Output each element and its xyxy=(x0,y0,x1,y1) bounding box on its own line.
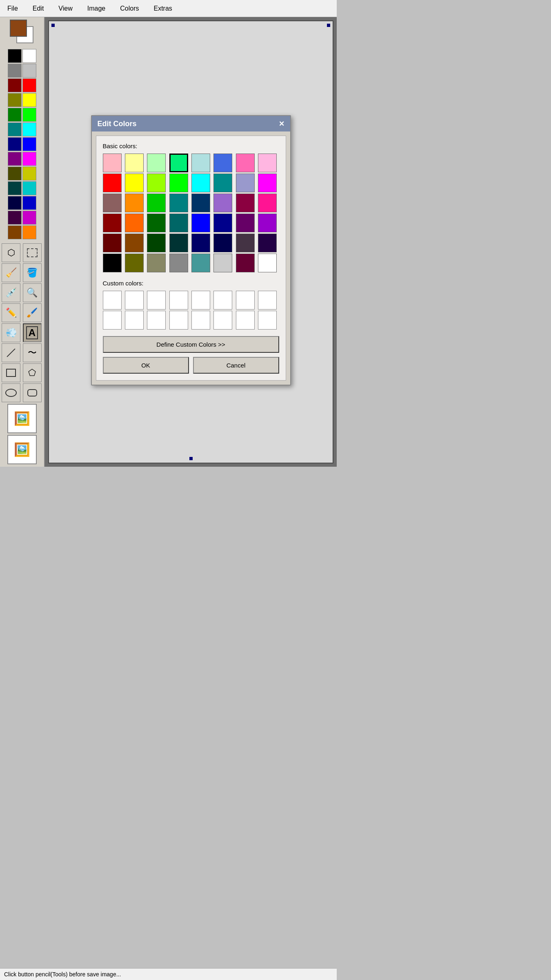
basic-color-cell[interactable] xyxy=(169,154,188,172)
basic-color-cell[interactable] xyxy=(169,254,188,272)
tool-magnify[interactable]: 🔍 xyxy=(23,283,42,302)
menu-extras[interactable]: Extras xyxy=(150,3,175,14)
basic-color-cell[interactable] xyxy=(258,234,277,252)
basic-color-cell[interactable] xyxy=(191,214,210,232)
basic-color-cell[interactable] xyxy=(213,214,232,232)
tool-rounded-rect[interactable] xyxy=(23,383,42,402)
custom-color-cell[interactable] xyxy=(147,291,166,310)
basic-color-cell[interactable] xyxy=(125,154,144,172)
thumbnail-1[interactable]: 🖼️ xyxy=(7,404,37,433)
tool-ellipse[interactable] xyxy=(2,383,20,402)
basic-color-cell[interactable] xyxy=(236,174,255,192)
basic-color-cell[interactable] xyxy=(191,194,210,212)
swatch-darkred[interactable] xyxy=(8,78,22,92)
basic-color-cell[interactable] xyxy=(258,214,277,232)
swatch-silver[interactable] xyxy=(22,64,36,78)
swatch-purple[interactable] xyxy=(8,152,22,166)
swatch-olive[interactable] xyxy=(8,93,22,107)
thumbnail-2[interactable]: 🖼️ xyxy=(7,435,37,464)
basic-color-cell[interactable] xyxy=(147,254,166,272)
tool-rect-select[interactable] xyxy=(23,243,42,262)
basic-color-cell[interactable] xyxy=(258,154,277,172)
menu-edit[interactable]: Edit xyxy=(29,3,47,14)
cancel-button[interactable]: Cancel xyxy=(193,357,279,374)
tool-curve[interactable]: 〜 xyxy=(23,343,42,362)
swatch-black[interactable] xyxy=(8,49,22,63)
basic-color-cell[interactable] xyxy=(125,234,144,252)
define-custom-colors-button[interactable]: Define Custom Colors >> xyxy=(103,336,279,353)
swatch-medblue[interactable] xyxy=(22,196,36,210)
tool-line[interactable] xyxy=(2,343,20,362)
custom-color-cell[interactable] xyxy=(103,311,122,330)
menu-file[interactable]: File xyxy=(4,3,21,14)
swatch-gray[interactable] xyxy=(8,64,22,78)
basic-color-cell[interactable] xyxy=(213,174,232,192)
swatch-darkolive[interactable] xyxy=(8,167,22,180)
custom-color-cell[interactable] xyxy=(213,311,232,330)
canvas-area[interactable]: Edit Colors × Basic colors: Custom color… xyxy=(45,17,337,467)
swatch-orange[interactable] xyxy=(22,225,36,239)
basic-color-cell[interactable] xyxy=(125,174,144,192)
basic-color-cell[interactable] xyxy=(103,154,122,172)
swatch-teal[interactable] xyxy=(8,122,22,136)
basic-color-cell[interactable] xyxy=(125,214,144,232)
swatch-cyan[interactable] xyxy=(22,122,36,136)
basic-color-cell[interactable] xyxy=(125,194,144,212)
custom-color-cell[interactable] xyxy=(103,291,122,310)
ok-button[interactable]: OK xyxy=(103,357,189,374)
tool-pencil[interactable]: ✏️ xyxy=(2,303,20,322)
custom-color-cell[interactable] xyxy=(169,291,188,310)
custom-color-cell[interactable] xyxy=(169,311,188,330)
menu-image[interactable]: Image xyxy=(84,3,109,14)
custom-color-cell[interactable] xyxy=(236,291,255,310)
swatch-white[interactable] xyxy=(22,49,36,63)
basic-color-cell[interactable] xyxy=(213,234,232,252)
swatch-navy[interactable] xyxy=(8,137,22,151)
tool-airbrush[interactable]: 💨 xyxy=(2,323,20,342)
basic-color-cell[interactable] xyxy=(191,154,210,172)
custom-color-cell[interactable] xyxy=(191,311,210,330)
basic-color-cell[interactable] xyxy=(236,234,255,252)
basic-color-cell[interactable] xyxy=(258,194,277,212)
swatch-darkpurple[interactable] xyxy=(8,211,22,225)
basic-color-cell[interactable] xyxy=(236,194,255,212)
tool-rect[interactable] xyxy=(2,363,20,382)
custom-color-cell[interactable] xyxy=(125,291,144,310)
basic-color-cell[interactable] xyxy=(213,154,232,172)
tool-lasso[interactable]: ⬡ xyxy=(2,243,20,262)
swatch-medmagenta[interactable] xyxy=(22,211,36,225)
swatch-lime[interactable] xyxy=(22,108,36,122)
custom-color-cell[interactable] xyxy=(125,311,144,330)
swatch-red[interactable] xyxy=(22,78,36,92)
basic-color-cell[interactable] xyxy=(103,194,122,212)
menu-view[interactable]: View xyxy=(55,3,76,14)
basic-color-cell[interactable] xyxy=(147,194,166,212)
basic-color-cell[interactable] xyxy=(103,254,122,272)
swatch-medcyan[interactable] xyxy=(22,181,36,195)
swatch-darkestgreen[interactable] xyxy=(8,181,22,195)
basic-color-cell[interactable] xyxy=(147,214,166,232)
custom-color-cell[interactable] xyxy=(213,291,232,310)
tool-eyedropper[interactable]: 💉 xyxy=(2,283,20,302)
swatch-yellow[interactable] xyxy=(22,93,36,107)
basic-color-cell[interactable] xyxy=(213,254,232,272)
basic-color-cell[interactable] xyxy=(169,214,188,232)
basic-color-cell[interactable] xyxy=(191,174,210,192)
swatch-brown[interactable] xyxy=(8,225,22,239)
basic-color-cell[interactable] xyxy=(169,174,188,192)
dialog-close-button[interactable]: × xyxy=(279,119,284,128)
custom-color-cell[interactable] xyxy=(258,311,277,330)
swatch-magenta[interactable] xyxy=(22,152,36,166)
swatch-darkgreen[interactable] xyxy=(8,108,22,122)
tool-polygon[interactable]: ⬠ xyxy=(23,363,42,382)
basic-color-cell[interactable] xyxy=(191,234,210,252)
fg-bg-indicator[interactable] xyxy=(10,20,34,44)
menu-colors[interactable]: Colors xyxy=(117,3,142,14)
basic-color-cell[interactable] xyxy=(147,174,166,192)
basic-color-cell[interactable] xyxy=(125,254,144,272)
custom-color-cell[interactable] xyxy=(147,311,166,330)
basic-color-cell[interactable] xyxy=(236,154,255,172)
swatch-lightyellow[interactable] xyxy=(22,167,36,180)
basic-color-cell[interactable] xyxy=(103,174,122,192)
basic-color-cell[interactable] xyxy=(103,234,122,252)
